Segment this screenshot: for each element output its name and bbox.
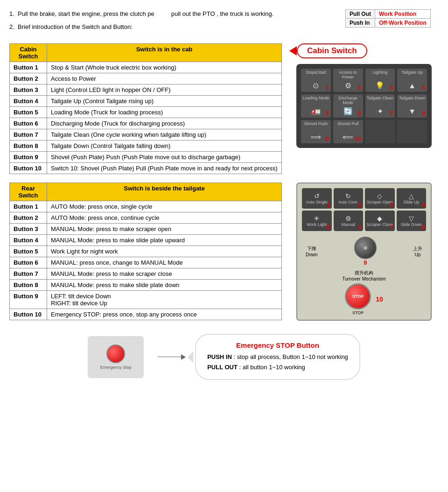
btn6-desc: Discharging Mode (Truck for discharging … [47, 118, 282, 129]
rear-btn-grid: ↺ Auto Single 1 ↻ Auto Cont. 2 ◇ Scraper… [302, 188, 426, 231]
btn5-label: Button 5 [10, 107, 47, 118]
cabin-panel-btn1: Stop&Start ⊙ 1 [301, 69, 331, 92]
rear-btn4-desc: MANUAL Mode: press to make slide plate u… [47, 235, 282, 246]
cabin-switch-header1: Cabin Switch [10, 44, 47, 62]
cabin-switch-bubble: Cabin Switch [297, 43, 367, 58]
rear-btn8-desc: MANUAL Mode: press to make slide plate d… [47, 280, 282, 291]
cabin-panel-empty2 [397, 120, 427, 143]
cabin-panel: Stop&Start ⊙ 1 Access to Power ⚙ 2 Light… [296, 64, 432, 148]
step2-text: 2. Brief introduction of the Switch and … [9, 22, 336, 32]
btn2-desc: Access to Power [47, 73, 282, 84]
cabin-switch-section: Cabin Switch Switch is in the cab Button… [9, 43, 439, 174]
cabin-switch-header2: Switch is in the cab [47, 44, 282, 62]
down-label: 下降Down [306, 246, 318, 258]
btn8-desc: Tailgate Down (Control Tailgate falling … [47, 141, 282, 152]
rear-btn6-desc: MANUAL: press once, change to MANUAL Mod… [47, 257, 282, 268]
rear-btn9-desc: LEFT: tilt device DownRIGHT: tilt device… [47, 291, 282, 309]
btn10-label: Button 10 [10, 163, 47, 174]
table-row: Button 3 Light (Control LED light in hop… [10, 84, 282, 96]
up-label: 上升Up [413, 246, 422, 258]
cabin-switch-table: Cabin Switch Switch is in the cab Button… [9, 43, 282, 174]
btn5-desc: Loading Mode (Truck for loading process) [47, 107, 282, 118]
cabin-panel-btn9: Shovel Push ⟹ 9 [301, 120, 331, 143]
knob-section: 下降Down 9 上升Up [302, 235, 426, 268]
rear-panel-btn7: ◆ Scraper Close 7 [365, 211, 395, 231]
btn7-desc: Tailgate Clean (One cycle working when t… [47, 129, 282, 141]
table-row: Button 2 AUTO Mode: press once, continue… [10, 212, 282, 224]
rear-switch-table: Rear Switch Switch is beside the tailgat… [9, 183, 282, 320]
rear-btn5-desc: Work Light for night work [47, 246, 282, 257]
table-row: Button 2 Access to Power [10, 73, 282, 84]
rear-btn4-label: Button 4 [10, 235, 47, 246]
table-row: Button 9 Shovel (Push Plate) Push (Push … [10, 152, 282, 163]
cabin-panel-btn8: Tailgate Down ▼ 8 [397, 94, 427, 118]
btn4-label: Button 4 [10, 96, 47, 107]
table-row: Button 8 Tailgate Down (Control Tailgate… [10, 141, 282, 152]
estop-box-label: Emergency Stop [100, 365, 132, 370]
intro-section: 1. Pull the brake, start the engine, pre… [9, 9, 439, 35]
table-row: Button 9 LEFT: tilt device DownRIGHT: ti… [10, 291, 282, 309]
rear-btn1-desc: AUTO Mode: press once, single cycle [47, 201, 282, 212]
rear-panel-btn3: ◇ Scraper Open 3 [365, 188, 395, 209]
rear-switch-section: Rear Switch Switch is beside the tailgat… [9, 183, 439, 321]
rear-btn2-desc: AUTO Mode: press once, continue cycle [47, 212, 282, 224]
rear-switch-header2: Switch is beside the tailgate [47, 183, 282, 201]
table-row: Button 10 Emergency STOP: press once, st… [10, 309, 282, 320]
rear-btn10-label: Button 10 [10, 309, 47, 320]
table-row: Button 1 AUTO Mode: press once, single c… [10, 201, 282, 212]
table-row: Button 3 MANUAL Mode: press to make scra… [10, 224, 282, 235]
rear-btn8-label: Button 8 [10, 280, 47, 291]
rear-btn2-label: Button 2 [10, 212, 47, 224]
rear-btn6-label: Button 6 [10, 257, 47, 268]
offwork-position-label: Off-Work Position [375, 19, 431, 28]
emergency-stop-button: STOP [345, 283, 371, 309]
estop-callout-title: Emergency STOP Button [207, 341, 348, 349]
btn10-desc: Switch 10: Shovel (Push Plate) Pull (Pus… [47, 163, 282, 174]
push-in-desc: : stop all process, Button 1~10 not work… [234, 353, 348, 360]
cabin-switch-image: Cabin Switch Stop&Start ⊙ 1 Access to Po… [289, 43, 439, 148]
cabin-panel-btn6: Discharge Mode 🔄 6 [333, 94, 363, 118]
rear-panel-btn4: △ Slide Up 4 [397, 188, 427, 209]
estop-red-button [106, 344, 125, 363]
cabin-panel-btn5: Loading Mode 🚛 5 [301, 94, 331, 118]
rear-switch-table-wrap: Rear Switch Switch is beside the tailgat… [9, 183, 282, 320]
cabin-switch-table-wrap: Cabin Switch Switch is in the cab Button… [9, 43, 282, 174]
estop-callout: Emergency STOP Button PUSH IN : stop all… [195, 334, 360, 380]
table-row: Button 6 Discharging Mode (Truck for dis… [10, 118, 282, 129]
table-row: Button 6 MANUAL: press once, change to M… [10, 257, 282, 268]
cabin-panel-btn10: Shovel Pull ⟸ 10 [333, 120, 363, 143]
table-row: Button 5 Loading Mode (Truck for loading… [10, 107, 282, 118]
arrow-line [158, 357, 181, 357]
rear-btn5-label: Button 5 [10, 246, 47, 257]
intro-text: 1. Pull the brake, start the engine, pre… [9, 9, 336, 35]
rear-btn7-desc: MANUAL Mode: press to make scraper close [47, 268, 282, 280]
estop-callout-body: PUSH IN : stop all process, Button 1~10 … [207, 352, 348, 373]
rear-btn7-label: Button 7 [10, 268, 47, 280]
knob-number: 9 [364, 259, 367, 266]
step1-text: 1. Pull the brake, start the engine, pre… [9, 9, 336, 19]
table-row: Button 8 MANUAL Mode: press to make slid… [10, 280, 282, 291]
knob-container: 9 [354, 237, 377, 266]
pull-out-line: PULL OUT : all button 1~10 working [207, 362, 348, 373]
table-row: Button 7 Tailgate Clean (One cycle worki… [10, 129, 282, 141]
btn3-label: Button 3 [10, 84, 47, 96]
btn7-label: Button 7 [10, 129, 47, 141]
cabin-panel-btn2: Access to Power ⚙ 2 [333, 69, 363, 92]
btn9-label: Button 9 [10, 152, 47, 163]
btn4-desc: Tailgate Up (Control Tailgate rising up) [47, 96, 282, 107]
table-row: Button 7 MANUAL Mode: press to make scra… [10, 268, 282, 280]
pull-out-label: PULL OUT [207, 364, 238, 371]
main-sections: Cabin Switch Switch is in the cab Button… [9, 43, 439, 380]
pull-out-label: Pull Out [346, 10, 375, 19]
stop-label: STOP [352, 310, 364, 315]
table-row: Button 10 Switch 10: Shovel (Push Plate)… [10, 163, 282, 174]
table-row: Button 4 Tailgate Up (Control Tailgate r… [10, 96, 282, 107]
table-row: Button 4 MANUAL Mode: press to make slid… [10, 235, 282, 246]
cabin-panel-btn7: Tailgate Clean ✦ 7 [365, 94, 395, 118]
push-in-line: PUSH IN : stop all process, Button 1~10 … [207, 352, 348, 362]
emergency-section: Emergency Stop Emergency STOP Button PUS… [9, 334, 439, 380]
rear-switch-image: ↺ Auto Single 1 ↻ Auto Cont. 2 ◇ Scraper… [289, 183, 439, 321]
cabin-btn-grid: Stop&Start ⊙ 1 Access to Power ⚙ 2 Light… [301, 69, 427, 143]
estop-image: Emergency Stop [88, 336, 144, 378]
emergency-btn-container: STOP STOP 10 [302, 283, 426, 315]
